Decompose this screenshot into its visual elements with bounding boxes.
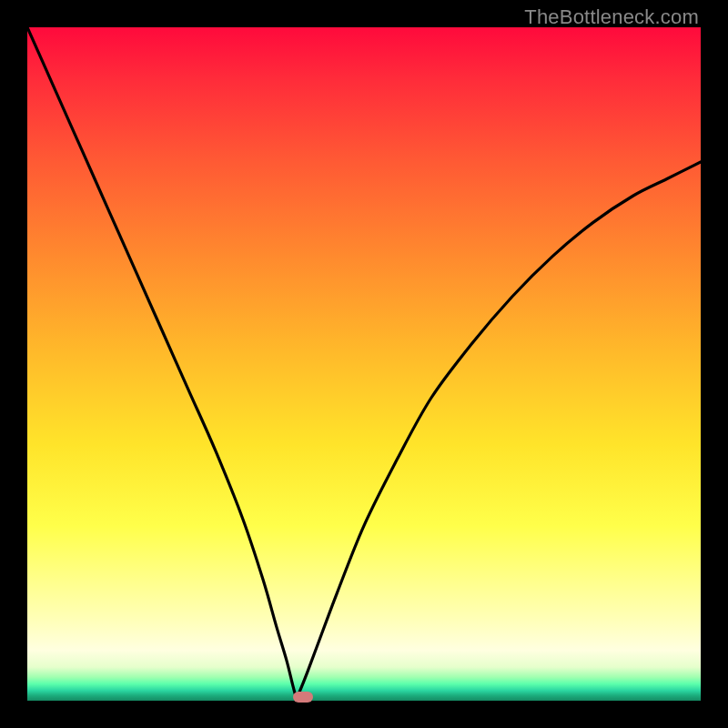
watermark-text: TheBottleneck.com (524, 5, 699, 29)
notch-marker (293, 692, 313, 703)
chart-frame: TheBottleneck.com (0, 0, 728, 728)
plot-area (27, 27, 701, 701)
bottleneck-curve (27, 27, 701, 701)
